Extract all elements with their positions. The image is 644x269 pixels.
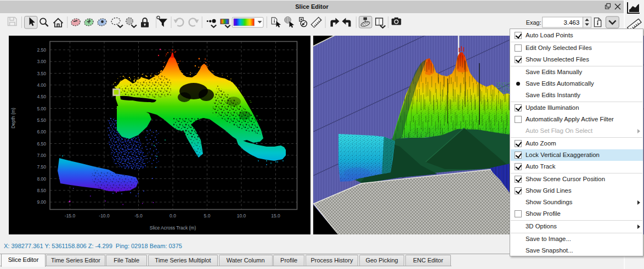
svg-text:4.00: 4.00 [37,82,46,88]
svg-text:8.50: 8.50 [37,188,46,193]
svg-text:-10.0: -10.0 [99,213,110,218]
svg-text:-5.0: -5.0 [134,213,143,218]
svg-text:Depth (m): Depth (m) [10,108,16,128]
svg-text:4.50: 4.50 [37,94,46,99]
svg-text:7.00: 7.00 [37,153,46,158]
svg-text:-15.0: -15.0 [65,213,76,218]
svg-text:Exag:: Exag: [526,19,541,26]
svg-text:3.50: 3.50 [37,71,46,76]
svg-text:7.50: 7.50 [37,164,46,170]
svg-text:0.0: 0.0 [170,213,176,218]
svg-text:3.463: 3.463 [564,19,580,26]
svg-text:6.50: 6.50 [37,141,46,147]
svg-text:10.0: 10.0 [237,213,246,218]
svg-text:Slice Across Track (m): Slice Across Track (m) [150,225,196,231]
svg-text:8.00: 8.00 [37,176,46,182]
svg-text:5.00: 5.00 [37,106,46,111]
svg-text:5.0: 5.0 [204,213,211,218]
svg-text:15.0: 15.0 [271,213,280,218]
svg-text:5.50: 5.50 [37,117,46,123]
svg-text:6.00: 6.00 [37,129,46,134]
svg-text:2.50: 2.50 [37,47,46,53]
svg-text:3.00: 3.00 [37,59,46,64]
svg-text:9.00: 9.00 [37,199,46,205]
